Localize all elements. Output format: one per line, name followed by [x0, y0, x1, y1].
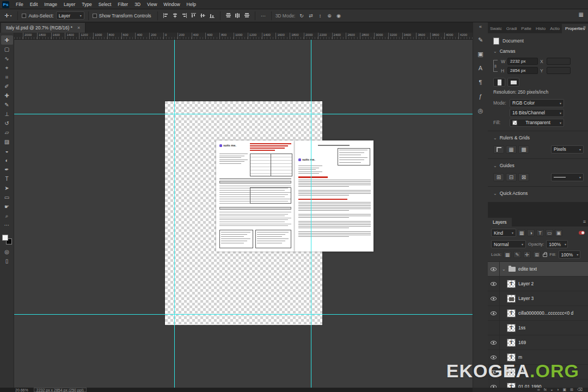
eraser-tool[interactable]: ▱: [1, 128, 13, 137]
opacity-input[interactable]: 100% ▾: [546, 240, 568, 248]
delete-layer-icon[interactable]: ⌫: [577, 388, 583, 392]
layer-row[interactable]: ⌄edite text: [488, 262, 588, 277]
marquee-tool[interactable]: ▢: [1, 45, 13, 54]
color-swatches[interactable]: [2, 235, 12, 244]
auto-select-target-select[interactable]: Layer ▾: [56, 11, 84, 20]
lock-paint-icon[interactable]: ✎: [513, 251, 521, 258]
paragraph-panel-icon[interactable]: ¶: [475, 77, 486, 88]
y-field[interactable]: [547, 67, 571, 74]
layer-row[interactable]: T01.01.1990: [488, 379, 588, 388]
layer-fill-input[interactable]: 100% ▾: [559, 250, 580, 259]
height-field[interactable]: 2854 px: [507, 67, 538, 74]
clone-stamp-tool[interactable]: ⊥: [1, 109, 13, 119]
screen-mode-button[interactable]: ▯: [1, 256, 13, 266]
horizontal-guide[interactable]: [14, 114, 473, 114]
color-mode-select[interactable]: RGB Color ▾: [510, 99, 564, 107]
visibility-toggle[interactable]: [488, 379, 500, 388]
width-field[interactable]: 2232 px: [507, 58, 538, 65]
3d-pan-icon[interactable]: ↕: [316, 13, 324, 19]
distribute-dv-icon[interactable]: [243, 11, 251, 20]
visibility-toggle[interactable]: [488, 350, 500, 364]
document-row[interactable]: Document: [493, 36, 584, 46]
align-hcenter-icon[interactable]: [171, 11, 179, 20]
hand-tool[interactable]: ☛: [1, 202, 13, 211]
visibility-toggle[interactable]: [488, 306, 500, 320]
libraries-panel-icon[interactable]: ◎: [475, 105, 486, 116]
menu-image[interactable]: Image: [41, 0, 60, 9]
photoshop-logo-icon[interactable]: Ps: [2, 1, 9, 8]
auto-select-checkbox[interactable]: [22, 14, 26, 18]
collapse-panels-icon[interactable]: «: [479, 24, 482, 29]
new-layer-icon[interactable]: ⊞: [570, 388, 573, 392]
type-tool[interactable]: T: [1, 174, 13, 183]
menu-layer[interactable]: Layer: [60, 0, 78, 9]
clear-guides-button[interactable]: ⊠: [518, 173, 529, 181]
layer-row[interactable]: T12a: [488, 365, 588, 379]
layers-menu-icon[interactable]: ≡: [583, 219, 586, 224]
object-selection-tool[interactable]: ⌖: [1, 63, 13, 72]
vertical-guide[interactable]: [311, 40, 311, 388]
layer-row[interactable]: Tcilla0000000...ccccccc<0 d: [488, 306, 588, 321]
filter-shape-layers-icon[interactable]: ▭: [546, 229, 553, 236]
3d-roll-icon[interactable]: ⇄: [307, 13, 315, 19]
document-info[interactable]: 2232 px x 2854 px (250 ppi): [34, 388, 87, 392]
menu-3d[interactable]: 3D: [131, 0, 144, 9]
edit-toolbar-button[interactable]: ⋯: [1, 220, 13, 230]
pen-tool[interactable]: ✒: [1, 165, 13, 174]
glyphs-panel-icon[interactable]: ƒ: [475, 91, 486, 102]
workspace-switcher-icon[interactable]: ▦: [579, 11, 584, 17]
path-selection-tool[interactable]: ➤: [1, 183, 13, 193]
adjustment-layer-icon[interactable]: ◑: [556, 388, 559, 392]
quick-actions-section-header[interactable]: ⌄ Quick Actions: [493, 189, 584, 197]
x-field[interactable]: [547, 58, 571, 65]
brush-tool[interactable]: ✎: [1, 100, 13, 109]
toggle-rulers-button[interactable]: [493, 145, 504, 154]
visibility-toggle[interactable]: [488, 277, 500, 291]
document-tab[interactable]: Italy id.psd @ 20.7% (RGB/16) * ×: [1, 23, 85, 33]
3d-slide-icon[interactable]: ⊕: [325, 13, 333, 19]
foreground-color-swatch[interactable]: [2, 235, 8, 241]
filter-adjustment-layers-icon[interactable]: ◑: [527, 229, 535, 236]
history-brush-tool[interactable]: ↺: [1, 119, 13, 128]
layer-row[interactable]: Tm: [488, 350, 588, 365]
guides-section-header[interactable]: ⌄ Guides: [493, 162, 584, 169]
align-bottom-icon[interactable]: [208, 11, 216, 20]
lock-all-icon[interactable]: [543, 254, 547, 257]
menu-select[interactable]: Select: [95, 0, 115, 9]
menu-file[interactable]: File: [13, 0, 27, 9]
visibility-toggle[interactable]: [488, 291, 500, 305]
menu-filter[interactable]: Filter: [114, 0, 131, 9]
layer-mask-icon[interactable]: ◒: [550, 388, 553, 392]
align-top-icon[interactable]: [189, 11, 198, 20]
document-page-2[interactable]: suits me.: [295, 140, 373, 252]
zoom-level[interactable]: 20.66%: [15, 388, 28, 392]
panel-menu-icon[interactable]: ≡: [583, 24, 586, 30]
lock-transparency-icon[interactable]: ▦: [504, 251, 511, 258]
layer-row[interactable]: Layer 3: [488, 291, 588, 306]
dodge-tool[interactable]: ◐: [1, 156, 13, 165]
portrait-orientation-button[interactable]: [493, 78, 505, 87]
visibility-toggle[interactable]: [488, 262, 500, 276]
menu-window[interactable]: Window: [160, 0, 183, 9]
lasso-tool[interactable]: ∿: [1, 54, 13, 63]
crop-tool[interactable]: ⌗: [1, 72, 13, 82]
layer-row[interactable]: T169: [488, 335, 588, 350]
menu-type[interactable]: Type: [78, 0, 95, 9]
tool-preset-picker[interactable]: ✛ ▾: [2, 13, 14, 19]
lock-artboard-icon[interactable]: ⊞: [533, 251, 541, 258]
visibility-toggle[interactable]: [488, 321, 500, 335]
tab-layers[interactable]: Layers: [488, 218, 512, 226]
panel-tab-gradi[interactable]: Gradi: [504, 24, 519, 33]
align-left-icon[interactable]: [162, 11, 170, 20]
ruler-units-select[interactable]: Pixels ▾: [551, 145, 584, 154]
panel-tab-swatc[interactable]: Swatc: [488, 24, 504, 33]
canvas-section-header[interactable]: ⌄ Canvas: [493, 47, 584, 55]
filter-type-layers-icon[interactable]: T: [536, 229, 544, 236]
bit-depth-select[interactable]: 16 Bits/Channel ▾: [510, 109, 564, 117]
vertical-guide[interactable]: [174, 40, 175, 388]
visibility-toggle[interactable]: [488, 365, 500, 379]
new-group-icon[interactable]: ▣: [563, 388, 567, 392]
canvas-fill-select[interactable]: Transparent ▾: [510, 119, 564, 127]
align-right-icon[interactable]: [180, 11, 188, 20]
menu-view[interactable]: View: [144, 0, 160, 9]
